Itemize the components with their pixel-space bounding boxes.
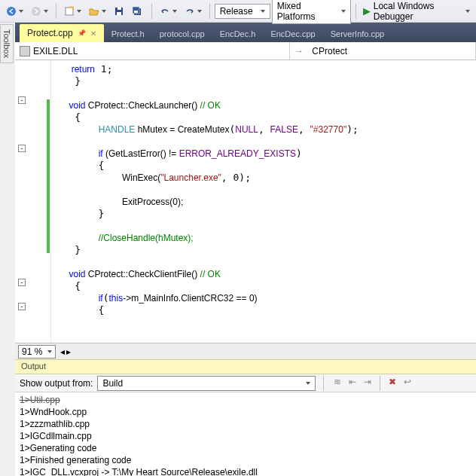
back-button[interactable] [3,5,26,18]
scope-bar: EXILE.DLL → CProtect [15,42,476,60]
save-button[interactable] [111,5,127,18]
forward-button[interactable] [28,5,51,18]
main-toolbar: Release Mixed Platforms ▶ Local Windows … [0,0,476,23]
pin-icon[interactable]: 📌 [78,29,86,37]
tab-encdec-h[interactable]: EncDec.h [212,26,264,42]
nav-back-icon[interactable]: ◂ [60,346,65,357]
fold-toggle[interactable]: - [18,303,26,310]
start-debug-button[interactable]: ▶ Local Windows Debugger [360,0,473,23]
prev-message-icon[interactable]: ⇤ [346,376,359,388]
wrap-icon[interactable]: ↩ [401,376,413,388]
zoom-bar: 91 % ◂▸ [15,343,476,359]
next-message-icon[interactable]: ⇥ [362,376,374,388]
svg-rect-5 [117,8,121,10]
find-message-icon[interactable]: ≋ [331,376,343,388]
svg-point-0 [7,7,16,16]
zoom-combo[interactable]: 91 % [18,345,56,359]
undo-button[interactable] [157,5,180,18]
output-header[interactable]: Output [15,359,476,374]
tab-protocol-cpp[interactable]: protocol.cpp [152,26,212,42]
toolbox-sidetab[interactable]: Toolbox [0,24,14,63]
gutter: - - - - [15,60,51,343]
config-combo[interactable]: Release [215,4,270,19]
code-editor[interactable]: - - - - return 1; } void CProtect::Check… [15,60,476,343]
output-source-combo[interactable]: Build [97,376,316,391]
play-icon: ▶ [363,5,371,17]
output-toolbar: Show output from: Build ≋ ⇤ ⇥ ✖ ↩ [15,374,476,392]
platform-combo[interactable]: Mixed Platforms [272,0,351,24]
show-output-label: Show output from: [20,378,93,389]
output-body[interactable]: 1>Util.cpp 1>WndHook.cpp 1>zzzmathlib.cp… [15,392,476,476]
save-all-button[interactable] [129,5,147,18]
close-icon[interactable]: ✕ [90,29,96,38]
change-marker [47,99,50,253]
fold-toggle[interactable]: - [18,145,26,152]
redo-button[interactable] [182,5,205,18]
svg-rect-4 [117,12,121,15]
tab-protect-cpp[interactable]: Protect.cpp📌✕ [20,24,104,42]
clear-icon[interactable]: ✖ [386,376,398,388]
nav-fwd-icon[interactable]: ▸ [66,346,71,357]
svg-rect-8 [134,11,138,13]
tab-protect-h[interactable]: Protect.h [104,26,152,42]
code-body[interactable]: return 1; } void CProtect::CheckLauncher… [51,60,476,343]
svg-point-1 [32,7,41,16]
new-project-button[interactable] [61,5,84,18]
tab-encdec-cpp[interactable]: EncDec.cpp [263,26,322,42]
fold-toggle[interactable]: - [18,279,26,286]
tab-serverinfo-cpp[interactable]: ServerInfo.cpp [323,26,392,42]
open-button[interactable] [86,5,109,18]
document-tabs: Protect.cpp📌✕ Protect.h protocol.cpp Enc… [15,23,476,42]
scope-project[interactable]: EXILE.DLL [15,42,290,60]
fold-toggle[interactable]: - [18,96,26,104]
project-icon [20,46,30,56]
scope-class[interactable]: → CProtect [290,42,476,60]
